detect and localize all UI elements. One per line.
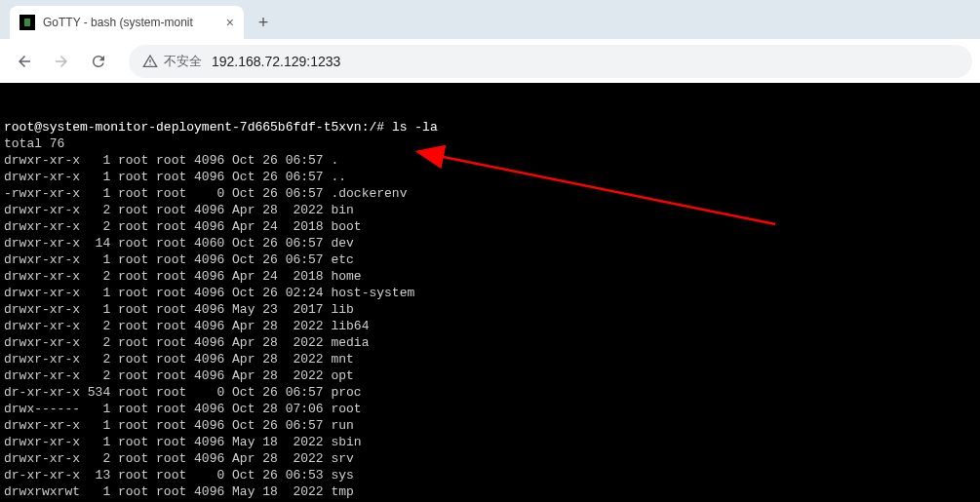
forward-button[interactable] (45, 45, 78, 78)
browser-tab[interactable]: GoTTY - bash (system-monit × (10, 6, 244, 39)
arrow-right-icon (53, 53, 70, 70)
address-bar[interactable]: 不安全 192.168.72.129:1233 (129, 45, 972, 78)
new-tab-button[interactable]: + (250, 9, 277, 36)
terminal-line: drwxr-xr-x 2 root root 4096 Apr 24 2018 … (4, 218, 976, 235)
back-button[interactable] (8, 45, 41, 78)
reload-icon (90, 53, 107, 70)
tab-title: GoTTY - bash (system-monit (43, 16, 218, 29)
terminal-line: dr-xr-xr-x 534 root root 0 Oct 26 06:57 … (4, 384, 976, 401)
security-text: 不安全 (164, 53, 202, 70)
terminal-line: drwxr-xr-x 1 root root 4096 Oct 26 06:57… (4, 169, 976, 185)
terminal-line: drwxr-xr-x 2 root root 4096 Apr 28 2022 … (4, 202, 976, 218)
terminal-line: drwxr-xr-x 1 root root 4096 Oct 26 06:57… (4, 417, 976, 434)
terminal-line: drwxr-xr-x 1 root root 4096 Oct 26 06:57… (4, 251, 976, 268)
terminal-line: root@system-monitor-deployment-7d665b6fd… (4, 119, 976, 135)
terminal-line: drwxr-xr-x 1 root root 4096 May 23 2017 … (4, 301, 976, 318)
terminal-line: drwxr-xr-x 2 root root 4096 Apr 28 2022 … (4, 334, 976, 351)
terminal-line: dr-xr-xr-x 13 root root 0 Oct 26 06:53 s… (4, 467, 976, 483)
tab-bar: GoTTY - bash (system-monit × + (0, 0, 980, 39)
terminal-favicon-icon (20, 15, 35, 30)
terminal-line: drwxr-xr-x 1 root root 4096 Oct 26 02:24… (4, 285, 976, 301)
url-text: 192.168.72.129:1233 (212, 54, 340, 69)
arrow-left-icon (16, 53, 33, 70)
terminal-line: drwx------ 1 root root 4096 Oct 28 07:06… (4, 401, 976, 417)
tab-close-icon[interactable]: × (226, 16, 234, 29)
browser-chrome: GoTTY - bash (system-monit × + 不安全 192.1… (0, 0, 980, 83)
terminal-line: drwxr-xr-x 2 root root 4096 Apr 28 2022 … (4, 450, 976, 467)
terminal-line: drwxr-xr-x 2 root root 4096 Apr 24 2018 … (4, 268, 976, 285)
terminal-line: drwxr-xr-x 2 root root 4096 Apr 28 2022 … (4, 367, 976, 384)
warning-triangle-icon (142, 54, 158, 69)
security-indicator: 不安全 (142, 53, 202, 70)
terminal-line: total 76 (4, 135, 976, 152)
terminal-line: drwxr-xr-x 2 root root 4096 Apr 28 2022 … (4, 351, 976, 367)
terminal-line: drwxr-xr-x 2 root root 4096 Apr 28 2022 … (4, 318, 976, 334)
browser-toolbar: 不安全 192.168.72.129:1233 (0, 39, 980, 83)
terminal[interactable]: root@system-monitor-deployment-7d665b6fd… (0, 83, 980, 502)
terminal-line: drwxr-xr-x 1 root root 4096 Oct 26 06:57… (4, 152, 976, 169)
terminal-line: -rwxr-xr-x 1 root root 0 Oct 26 06:57 .d… (4, 185, 976, 202)
terminal-line: drwxrwxrwt 1 root root 4096 May 18 2022 … (4, 483, 976, 500)
reload-button[interactable] (82, 45, 115, 78)
terminal-line: drwxr-xr-x 14 root root 4060 Oct 26 06:5… (4, 235, 976, 251)
terminal-line: drwxr-xr-x 1 root root 4096 May 18 2022 … (4, 434, 976, 450)
svg-point-1 (149, 63, 150, 64)
